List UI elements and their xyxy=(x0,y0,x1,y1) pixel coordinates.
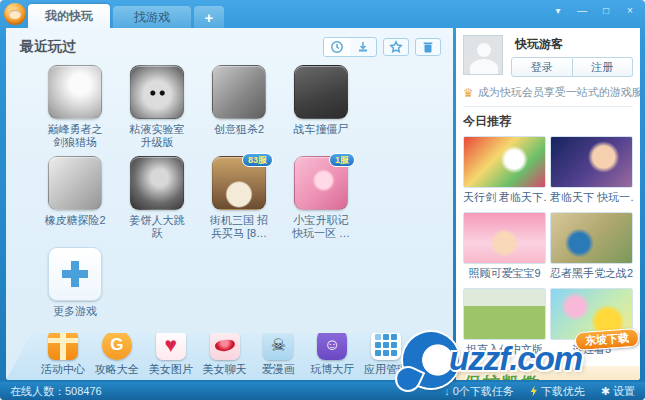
register-button[interactable]: 注册 xyxy=(573,57,634,77)
recommend-item[interactable]: 坦克入侵中文版 xyxy=(463,288,546,360)
ad-banner[interactable]: 保护凯撒 xyxy=(456,366,640,380)
recommend-label: 连连看5 xyxy=(550,342,633,357)
game-icon[interactable] xyxy=(48,156,102,210)
recommend-thumbnail[interactable] xyxy=(550,212,633,264)
tab-my-kuaiwan[interactable]: 我的快玩 xyxy=(28,4,110,28)
game-label: 巅峰勇者之 剑狼猎场 xyxy=(48,123,103,150)
ad-banner-text: 保护凯撒 xyxy=(464,372,540,380)
game-label: 战车撞僵尸 xyxy=(294,123,349,150)
app-label: 爱漫画 xyxy=(262,362,295,377)
game-label: 粘液实验室 升级版 xyxy=(130,123,185,150)
app-activity-center[interactable]: 活动中心 xyxy=(36,342,90,377)
delete-trash-icon[interactable] xyxy=(415,38,441,56)
heart-icon: ♥ xyxy=(156,330,186,360)
download-icon[interactable] xyxy=(350,38,376,56)
window-controls: ▾ — □ × xyxy=(545,2,641,18)
gift-icon xyxy=(48,330,78,360)
divider xyxy=(463,106,633,107)
avatar xyxy=(463,35,503,75)
app-beauty-pictures[interactable]: ♥ 美女图片 xyxy=(144,342,198,377)
minimize-button[interactable]: — xyxy=(571,2,593,18)
download-priority[interactable]: 下载优先 xyxy=(530,384,585,399)
recommend-label: 坦克入侵中文版 xyxy=(463,342,546,357)
recommend-label: 忍者黑手党之战2 xyxy=(550,266,633,281)
kuaiwan-logo-icon xyxy=(4,3,26,25)
more-games-label: 更多游戏 xyxy=(53,305,97,332)
main-panel: 最近玩过 xyxy=(6,28,453,380)
member-promo[interactable]: ♛ 成为快玩会员享受一站式的游戏服务 xyxy=(463,85,633,100)
sidebar: 快玩游客 登录 注册 ♛ 成为快玩会员享受一站式的游戏服务 今日推荐 天行剑 君… xyxy=(456,28,640,380)
tab-find-games[interactable]: 找游戏 xyxy=(113,6,191,28)
recommend-item[interactable]: 天行剑 君临天下… xyxy=(463,136,546,208)
game-label: 街机三国 招 兵买马 [8… xyxy=(210,214,268,241)
more-games-tile[interactable]: 更多游戏 xyxy=(34,247,116,332)
game-tile[interactable]: 战车撞僵尸 xyxy=(280,65,362,150)
recommend-item[interactable]: 忍者黑手党之战2 xyxy=(550,212,633,284)
settings[interactable]: ✱ 设置 xyxy=(601,384,635,399)
favorite-star-icon[interactable] xyxy=(383,38,409,56)
app-grid-icon xyxy=(371,330,401,360)
app-label: 活动中心 xyxy=(41,362,85,377)
promo-text: 成为快玩会员享受一站式的游戏服务 xyxy=(478,85,640,100)
recommend-label: 照顾可爱宝宝9 xyxy=(463,266,546,281)
pirate-skull-icon: ☠ xyxy=(263,330,293,360)
g-letter-icon: G xyxy=(102,330,132,360)
game-tile[interactable]: 橡皮糖探险2 xyxy=(34,156,116,241)
game-icon[interactable] xyxy=(48,65,102,119)
recommend-thumbnail[interactable] xyxy=(463,136,546,188)
close-button[interactable]: × xyxy=(619,2,641,18)
crown-icon: ♛ xyxy=(463,86,474,100)
user-name: 快玩游客 xyxy=(515,36,633,53)
maximize-button[interactable]: □ xyxy=(595,2,617,18)
app-strategy-guide[interactable]: G 攻略大全 xyxy=(90,342,144,377)
recommend-thumbnail[interactable] xyxy=(550,288,633,340)
game-icon[interactable] xyxy=(294,65,348,119)
chat-smiley-icon: ☺ xyxy=(317,330,347,360)
main-menu-button[interactable]: ▾ xyxy=(547,2,569,18)
history-icon[interactable] xyxy=(324,38,350,56)
game-label: 姜饼人大跳 跃 xyxy=(130,214,185,241)
game-icon[interactable] xyxy=(212,65,266,119)
app-wanbo-hall[interactable]: ☺ 玩博大厅 xyxy=(305,342,359,377)
game-label: 创意狙杀2 xyxy=(214,123,264,150)
recommend-thumbnail[interactable] xyxy=(463,212,546,264)
kuaiwan-client-window: 我的快玩 找游戏 + ▾ — □ × 最近玩过 xyxy=(0,0,645,400)
recommend-item[interactable]: 连连看5 xyxy=(550,288,633,360)
recommend-title: 今日推荐 xyxy=(463,113,633,130)
online-count: 在线人数：508476 xyxy=(10,384,102,399)
recommend-label: 君临天下 快玩一… xyxy=(550,190,633,205)
login-button[interactable]: 登录 xyxy=(511,57,573,77)
game-tile[interactable]: 83服 街机三国 招 兵买马 [8… xyxy=(198,156,280,241)
recently-played-grid: 巅峰勇者之 剑狼猎场 粘液实验室 升级版 创意狙杀2 战车撞僵尸 橡皮糖探险2 xyxy=(34,65,453,338)
app-management[interactable]: 应用管理 xyxy=(359,342,413,377)
new-tab-button[interactable]: + xyxy=(194,6,224,28)
app-label: 攻略大全 xyxy=(95,362,139,377)
recommend-thumbnail[interactable] xyxy=(463,288,546,340)
game-tile[interactable]: 1服 小宝升职记 快玩一区 … xyxy=(280,156,362,241)
recommend-label: 天行剑 君临天下… xyxy=(463,190,546,205)
recommendations-grid: 天行剑 君临天下… 君临天下 快玩一… 照顾可爱宝宝9 忍者黑手党之战2 坦克入… xyxy=(463,136,633,364)
game-icon[interactable]: 83服 xyxy=(212,156,266,210)
download-tasks[interactable]: ↓ 0个下载任务 xyxy=(444,384,514,399)
recommend-thumbnail[interactable] xyxy=(550,136,633,188)
recommend-item[interactable]: 君临天下 快玩一… xyxy=(550,136,633,208)
game-tile[interactable]: 姜饼人大跳 跃 xyxy=(116,156,198,241)
app-beauty-chat[interactable]: 美女聊天 xyxy=(198,342,252,377)
recommend-item[interactable]: 照顾可爱宝宝9 xyxy=(463,212,546,284)
game-tile[interactable]: 创意狙杀2 xyxy=(198,65,280,150)
app-label: 应用管理 xyxy=(364,362,408,377)
app-comics[interactable]: ☠ 爱漫画 xyxy=(251,342,305,377)
tab-bar: 我的快玩 找游戏 + xyxy=(28,0,227,28)
game-icon[interactable]: 1服 xyxy=(294,156,348,210)
game-tile[interactable]: 巅峰勇者之 剑狼猎场 xyxy=(34,65,116,150)
app-label: 美女聊天 xyxy=(203,362,247,377)
game-icon[interactable] xyxy=(130,65,184,119)
download-arrow-icon: ↓ xyxy=(444,385,450,397)
game-tile[interactable]: 粘液实验室 升级版 xyxy=(116,65,198,150)
game-icon[interactable] xyxy=(130,156,184,210)
download-tasks-label: 0个下载任务 xyxy=(453,384,514,399)
server-count-badge: 83服 xyxy=(242,153,273,167)
plus-icon[interactable] xyxy=(48,247,102,301)
download-priority-label: 下载优先 xyxy=(541,384,585,399)
section-title-recently-played: 最近玩过 xyxy=(20,38,76,56)
